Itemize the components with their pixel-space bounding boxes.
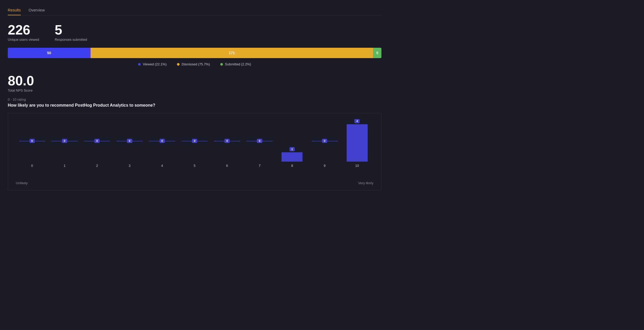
stats-row: 226 Unique users viewed 5 Responses subm…	[8, 23, 381, 42]
bar-group-7: 07	[243, 120, 276, 168]
bar-badge-7: 0	[257, 139, 262, 143]
bar-chart-container: 00010203040506071809410 Unlikely Very li…	[8, 113, 381, 190]
bar-x-label-5: 5	[194, 164, 195, 168]
bar-fill-8	[282, 152, 303, 162]
bar-badge-2: 0	[94, 139, 100, 143]
bar-badge-4: 0	[160, 139, 165, 143]
bar-group-10: 410	[341, 120, 373, 168]
legend-label-2: Submitted (2.2%)	[225, 62, 251, 66]
bar-group-8: 18	[276, 120, 308, 168]
unique-users-label: Unique users viewed	[8, 38, 39, 42]
legend-label-1: Dismissed (75.7%)	[182, 62, 210, 66]
bar-group-4: 04	[146, 120, 178, 168]
bar-badge-3: 0	[127, 139, 132, 143]
tab-results[interactable]: Results	[8, 5, 21, 15]
bar-group-1: 01	[48, 120, 81, 168]
rating-range-label: 0 - 10 rating	[8, 98, 381, 101]
bar-badge-6: 0	[224, 139, 230, 143]
legend: Viewed (22.1%)Dismissed (75.7%)Submitted…	[8, 62, 381, 66]
responses-value: 5	[55, 23, 87, 37]
bar-x-label-2: 2	[96, 164, 98, 168]
nps-score-section: 80.0 Total NPS Score	[8, 74, 381, 92]
legend-dot-0	[138, 63, 141, 66]
legend-label-0: Viewed (22.1%)	[143, 62, 167, 66]
legend-item-2: Submitted (2.2%)	[220, 62, 251, 66]
bar-group-3: 03	[113, 120, 146, 168]
nps-score-value: 80.0	[8, 74, 381, 87]
progress-bar: 501715	[8, 48, 381, 58]
bar-group-6: 06	[211, 120, 243, 168]
chart-footer-right: Very likely	[358, 181, 373, 185]
bar-chart: 00010203040506071809410	[16, 121, 373, 178]
chart-footer: Unlikely Very likely	[16, 181, 373, 185]
responses-stat: 5 Responses submitted	[55, 23, 87, 42]
progress-segment-1: 171	[91, 48, 373, 58]
nps-question: How likely are you to recommend PostHog …	[8, 103, 381, 108]
bar-group-9: 09	[308, 120, 341, 168]
bar-x-label-10: 10	[355, 164, 359, 168]
bar-badge-9: 0	[322, 139, 327, 143]
bar-badge-0: 0	[30, 139, 35, 143]
nps-score-label: Total NPS Score	[8, 88, 381, 92]
bar-group-2: 02	[81, 120, 113, 168]
legend-item-1: Dismissed (75.7%)	[177, 62, 210, 66]
bar-badge-10: 4	[354, 119, 360, 123]
progress-segment-0: 50	[8, 48, 91, 58]
responses-label: Responses submitted	[55, 38, 87, 42]
unique-users-value: 226	[8, 23, 39, 37]
bar-x-label-7: 7	[259, 164, 261, 168]
bar-group-5: 05	[178, 120, 211, 168]
progress-segment-2: 5	[373, 48, 381, 58]
bar-fill-10	[347, 124, 368, 162]
bar-x-label-1: 1	[64, 164, 65, 168]
bar-x-label-0: 0	[31, 164, 33, 168]
tab-overview[interactable]: Overview	[29, 5, 45, 15]
bar-x-label-9: 9	[324, 164, 325, 168]
bar-x-label-8: 8	[291, 164, 293, 168]
unique-users-stat: 226 Unique users viewed	[8, 23, 39, 42]
bar-badge-5: 0	[192, 139, 197, 143]
tabs-nav: Results Overview	[8, 5, 381, 15]
legend-dot-1	[177, 63, 180, 66]
bar-x-label-4: 4	[161, 164, 163, 168]
bar-x-label-6: 6	[226, 164, 228, 168]
chart-footer-left: Unlikely	[16, 181, 28, 185]
bar-x-label-3: 3	[129, 164, 131, 168]
legend-item-0: Viewed (22.1%)	[138, 62, 167, 66]
legend-dot-2	[220, 63, 223, 66]
bar-group-0: 00	[16, 120, 48, 168]
bar-badge-1: 0	[62, 139, 67, 143]
bar-badge-8: 1	[290, 147, 295, 151]
